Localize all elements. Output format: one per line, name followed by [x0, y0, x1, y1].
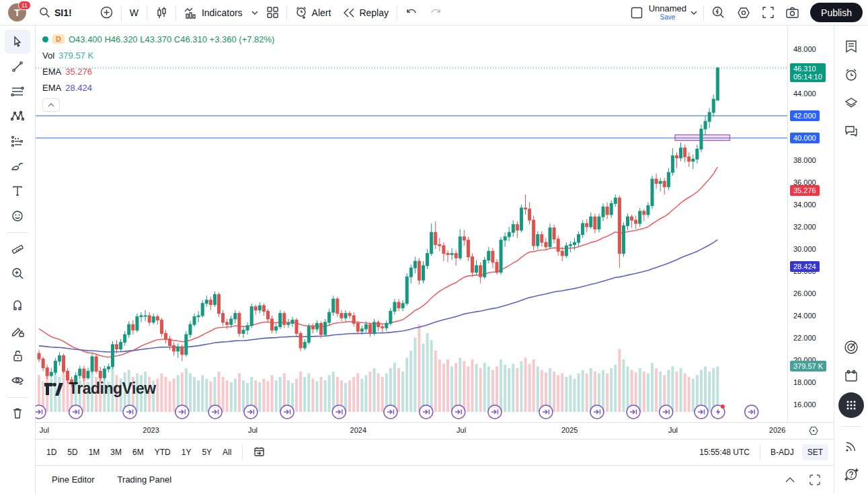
candle-body [504, 237, 506, 240]
interval-button[interactable]: W [124, 3, 145, 23]
pattern-tool-button[interactable] [5, 104, 30, 129]
lock-all-drawings-button[interactable] [5, 344, 30, 368]
candle-body [397, 302, 400, 308]
price-tick: 38.000 [793, 156, 816, 164]
delayed-data-badge[interactable]: D [52, 34, 65, 44]
chat-button[interactable] [838, 117, 864, 145]
alert-button[interactable]: Alert [289, 3, 338, 23]
publish-button[interactable]: Publish [810, 3, 863, 22]
undo-button[interactable] [399, 3, 424, 23]
volume-bar [455, 363, 457, 412]
watchlist-button[interactable] [838, 32, 864, 61]
range-ytd-button[interactable]: YTD [149, 444, 176, 460]
cursor-tool-button[interactable] [5, 30, 30, 54]
ema-slow-axis-label[interactable]: 28.424 [790, 261, 820, 272]
user-menu-button[interactable]: T 11 [8, 3, 26, 22]
range-1y-button[interactable]: 1Y [176, 444, 197, 460]
snapshot-button[interactable] [780, 3, 805, 23]
ema-slow-line[interactable] [39, 240, 717, 352]
volume-bar [602, 370, 604, 412]
trend-line-tool-button[interactable] [5, 55, 30, 79]
range-1m-button[interactable]: 1M [83, 444, 106, 460]
fib-retracement-icon [11, 85, 24, 98]
divider [703, 5, 704, 20]
candle-body [549, 228, 551, 247]
range-5y-button[interactable]: 5Y [196, 444, 217, 460]
save-layout-button[interactable]: Unnamed Save [649, 4, 686, 22]
adjustment-toggle[interactable]: B-ADJ [765, 444, 799, 460]
economic-calendar-button[interactable] [838, 361, 864, 390]
range-all-button[interactable]: All [217, 444, 237, 460]
indicators-button[interactable]: Indicators [178, 3, 249, 23]
price-axis[interactable]: 16.00018.00020.00022.00024.00026.00028.0… [787, 26, 834, 422]
candle-body [356, 324, 359, 332]
replay-button[interactable]: Replay [337, 3, 395, 23]
session-toggle[interactable]: SET [802, 444, 828, 460]
axis-settings-icon[interactable] [808, 425, 819, 436]
volume-bar [569, 375, 571, 412]
apps-grid-button[interactable] [838, 392, 864, 418]
redo-button[interactable] [424, 3, 448, 23]
candle-body [446, 254, 449, 255]
object-tree-button[interactable] [838, 89, 864, 117]
range-1d-button[interactable]: 1D [41, 444, 62, 460]
multichart-grid-icon [267, 7, 278, 18]
chart-pane[interactable]: D O43.400 H46.320 L43.370 C46.310 +3.360… [36, 26, 834, 422]
ema-fast-label[interactable]: EMA [42, 67, 61, 77]
smiley-icon [11, 210, 24, 222]
candle-body [450, 254, 453, 255]
hline-40-axis-label[interactable]: 40.000 [790, 133, 820, 143]
streams-button[interactable] [838, 432, 864, 460]
ema-slow-label[interactable]: EMA [42, 83, 61, 93]
pine-editor-tab[interactable]: Pine Editor [45, 470, 102, 489]
price-tick: 16.000 [793, 400, 816, 409]
layout-select-button[interactable] [625, 3, 649, 23]
fullscreen-button[interactable] [756, 3, 780, 23]
settings-button[interactable] [731, 3, 756, 23]
market-status-dot[interactable] [42, 36, 48, 42]
candle-body [205, 300, 208, 304]
measure-tool-button[interactable] [5, 236, 30, 260]
remove-drawings-button[interactable] [5, 401, 30, 425]
candle-body [91, 357, 93, 371]
fib-retracement-tool-button[interactable] [5, 79, 30, 104]
brush-tool-button[interactable] [5, 154, 30, 178]
grid-layout-button[interactable] [261, 3, 284, 23]
volume-bar [169, 382, 171, 413]
candle-body [107, 367, 110, 369]
hide-drawings-button[interactable] [5, 369, 30, 393]
alerts-panel-button[interactable] [838, 61, 864, 89]
goto-date-button[interactable] [248, 443, 270, 462]
volume-bar [467, 366, 469, 412]
projection-tool-button[interactable] [5, 129, 30, 153]
drawing-mode-lock-button[interactable] [5, 319, 30, 343]
layout-menu-caret[interactable] [686, 3, 701, 23]
save-label[interactable]: Save [660, 13, 675, 22]
range-6m-button[interactable]: 6M [127, 444, 149, 460]
chart-style-button[interactable] [149, 3, 173, 23]
emoji-tool-button[interactable] [5, 204, 30, 228]
symbol-search-button[interactable]: SI1! [33, 3, 78, 23]
tradingview-logo[interactable]: TradingView [44, 380, 156, 398]
panel-open-chevron-icon[interactable] [785, 477, 795, 483]
last-price-axis-label[interactable]: 46.31005:14:10 [790, 63, 826, 82]
quick-search-button[interactable] [706, 3, 731, 23]
indicator-templates-caret[interactable] [249, 3, 261, 23]
trading-panel-tab[interactable]: Trading Panel [111, 470, 178, 489]
magnet-mode-button[interactable] [5, 294, 30, 318]
screener-button[interactable] [838, 333, 864, 361]
volume-axis-label[interactable]: 379.57 K [790, 361, 826, 372]
range-3m-button[interactable]: 3M [105, 444, 127, 460]
candle-body [684, 148, 686, 157]
zoom-in-tool-button[interactable] [5, 261, 30, 285]
hline-42-axis-label[interactable]: 42.000 [790, 110, 820, 121]
range-5d-button[interactable]: 5D [62, 444, 83, 460]
panel-maximize-icon[interactable] [810, 474, 820, 485]
clock-utc[interactable]: 15:55:48 UTC [694, 448, 755, 457]
legend-collapse-button[interactable] [42, 98, 60, 112]
help-button[interactable] [838, 460, 864, 489]
ema-fast-axis-label[interactable]: 35.276 [790, 185, 820, 196]
compare-add-button[interactable] [94, 3, 119, 23]
text-tool-button[interactable] [5, 179, 30, 203]
time-axis[interactable]: Jul2023Jul2024Jul2025Jul2026 [36, 422, 834, 439]
